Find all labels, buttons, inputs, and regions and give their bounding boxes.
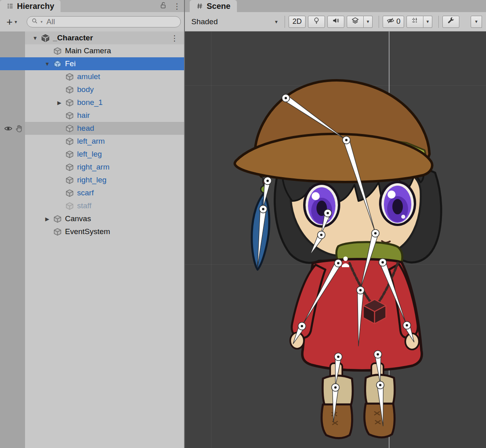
visibility-gutter[interactable]: [0, 31, 25, 44]
cube-icon: [52, 46, 62, 56]
eye-icon[interactable]: [4, 124, 13, 133]
hierarchy-item-bone-1[interactable]: ▶bone_1: [0, 96, 184, 109]
item-label: Fei: [65, 59, 75, 68]
hierarchy-item-hair[interactable]: hair: [0, 109, 184, 122]
visibility-gutter[interactable]: [0, 212, 25, 225]
hierarchy-item-head[interactable]: head: [0, 122, 184, 135]
hierarchy-item-left-arm[interactable]: left_arm: [0, 135, 184, 148]
scene-effects-button[interactable]: [347, 16, 364, 28]
bone-joint-center: [327, 212, 329, 214]
hierarchy-empty-area: [0, 238, 184, 448]
scene-camera-dropdown[interactable]: ▼: [471, 16, 482, 28]
hierarchy-item-scarf[interactable]: scarf: [0, 186, 184, 199]
scene-tab-label: Scene: [207, 2, 230, 11]
item-label: left_arm: [77, 137, 105, 146]
hierarchy-item-right-arm[interactable]: right_arm: [0, 161, 184, 174]
scene-lighting-button[interactable]: [308, 16, 325, 28]
hidden-count: 0: [396, 17, 400, 26]
hierarchy-item-amulet[interactable]: amulet: [0, 70, 184, 83]
hierarchy-item-eventsystem[interactable]: EventSystem: [0, 225, 184, 238]
scene-toolbar: Shaded ▼ 2D ▼: [185, 12, 486, 31]
cube-icon: [65, 111, 74, 120]
item-label: _Character: [53, 33, 93, 42]
bone-joint-center: [285, 97, 287, 99]
lightbulb-icon: [312, 17, 321, 27]
scene-audio-button[interactable]: [327, 16, 344, 28]
visibility-gutter[interactable]: [0, 57, 25, 70]
hierarchy-item-body[interactable]: body: [0, 83, 184, 96]
hand-icon[interactable]: [15, 124, 23, 133]
search-input[interactable]: ▼ All: [27, 16, 181, 27]
scene-tools-button[interactable]: [442, 16, 459, 28]
wrench-icon: [447, 17, 455, 27]
create-button[interactable]: + ▼: [3, 16, 21, 28]
chevron-down-icon: ▼: [14, 20, 18, 24]
scene-viewport[interactable]: [185, 31, 486, 448]
hierarchy-item-main-camera[interactable]: Main Camera: [0, 44, 184, 57]
bone-joint-center: [337, 262, 339, 264]
tab-hierarchy[interactable]: Hierarchy: [0, 0, 61, 12]
hierarchy-item-left-leg[interactable]: left_leg: [0, 148, 184, 161]
item-menu-icon[interactable]: ⋮: [171, 33, 178, 43]
right-eye: [379, 181, 416, 226]
scene-canvas[interactable]: [185, 31, 486, 448]
visibility-gutter[interactable]: [0, 109, 25, 122]
visibility-gutter[interactable]: [0, 83, 25, 96]
toolbar-divider: [438, 16, 439, 28]
hierarchy-item-staff[interactable]: staff: [0, 199, 184, 212]
cube-icon: [65, 136, 74, 146]
bone-joint-center: [381, 261, 384, 264]
visibility-gutter[interactable]: [0, 96, 25, 109]
foldout-arrow-icon[interactable]: ▼: [30, 35, 40, 41]
cube-icon: [65, 124, 74, 133]
hierarchy-panel: Hierarchy ⋮ + ▼ ▼ All ▼_Characte: [0, 0, 185, 448]
foldout-arrow-icon[interactable]: ▶: [42, 216, 52, 222]
visibility-gutter[interactable]: [0, 148, 25, 161]
scene-effects-dropdown[interactable]: ▼: [364, 16, 373, 28]
grid-dropdown[interactable]: ▼: [423, 16, 432, 28]
hierarchy-item--character[interactable]: ▼_Character⋮: [0, 31, 184, 44]
tab-scene[interactable]: Scene: [190, 0, 237, 12]
grid-visual-button[interactable]: [406, 16, 423, 28]
scene-visibility-button[interactable]: 0: [383, 16, 404, 28]
hierarchy-menu-icon[interactable]: ⋮: [173, 2, 181, 10]
2d-toggle-button[interactable]: 2D: [289, 16, 306, 28]
search-filter-chevron-icon[interactable]: ▼: [40, 20, 43, 24]
visibility-gutter[interactable]: [0, 174, 25, 186]
bone-joint-center: [345, 139, 348, 141]
cube-icon: [65, 201, 74, 211]
bone-joint-center: [377, 353, 379, 356]
hierarchy-tree: ▼_Character⋮Main Camera▼Feiamuletbody▶bo…: [0, 31, 184, 448]
lock-icon[interactable]: [159, 1, 168, 11]
item-label: body: [77, 85, 94, 94]
bone-joint-center: [379, 384, 381, 386]
visibility-gutter[interactable]: [0, 44, 25, 57]
visibility-gutter[interactable]: [0, 186, 25, 199]
hierarchy-item-canvas[interactable]: ▶Canvas: [0, 212, 184, 225]
cube-icon: [65, 149, 74, 159]
visibility-gutter[interactable]: [0, 199, 25, 212]
foldout-arrow-icon[interactable]: ▼: [42, 61, 52, 67]
foldout-arrow-icon[interactable]: ▶: [54, 100, 65, 106]
hierarchy-tabstrip: Hierarchy ⋮: [0, 0, 184, 12]
visibility-gutter[interactable]: [0, 135, 25, 148]
item-label: Main Camera: [65, 46, 111, 55]
plus-icon: +: [6, 17, 13, 27]
visibility-gutter[interactable]: [0, 161, 25, 174]
bone-joint-center: [406, 324, 408, 327]
visibility-gutter: [0, 238, 25, 448]
hierarchy-list-icon: [6, 2, 14, 10]
toolbar-divider: [379, 16, 379, 28]
cube-icon: [65, 72, 74, 82]
visibility-gutter[interactable]: [0, 70, 25, 83]
search-icon: [31, 17, 38, 26]
visibility-gutter[interactable]: [0, 122, 25, 135]
cube-icon: [65, 188, 74, 198]
hierarchy-item-right-leg[interactable]: right_leg: [0, 174, 184, 186]
hierarchy-item-fei[interactable]: ▼Fei: [0, 57, 184, 70]
shading-mode-dropdown[interactable]: Shaded ▼: [189, 16, 281, 28]
bone-joint-center: [301, 325, 303, 327]
cube-icon: [65, 98, 74, 107]
visibility-gutter[interactable]: [0, 225, 25, 238]
grid-icon: [411, 17, 419, 27]
